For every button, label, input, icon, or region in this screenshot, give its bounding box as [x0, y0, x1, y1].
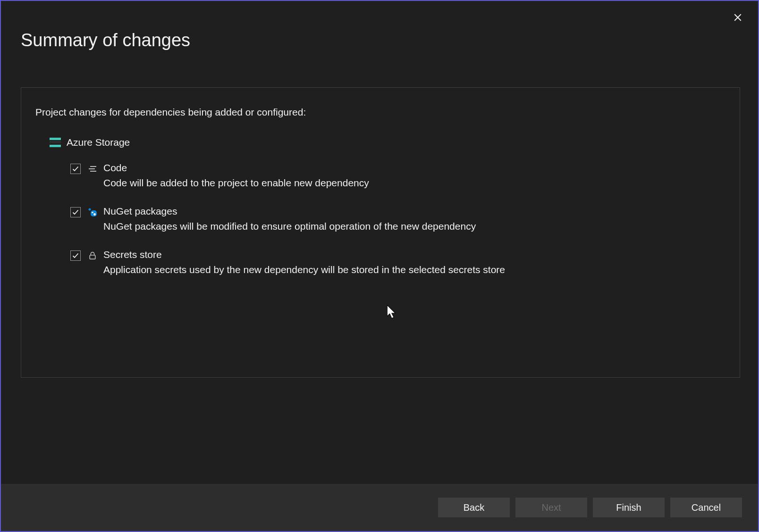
svg-point-8 [93, 213, 96, 216]
checkbox-code[interactable] [70, 164, 81, 174]
change-title: Secrets store [103, 249, 505, 260]
next-button: Next [515, 498, 587, 517]
change-title: Code [103, 162, 369, 174]
check-icon [72, 252, 79, 259]
service-row: Azure Storage [50, 137, 725, 148]
finish-button[interactable]: Finish [593, 498, 665, 517]
svg-rect-6 [91, 210, 97, 216]
nuget-icon [87, 207, 98, 217]
cancel-button[interactable]: Cancel [670, 498, 742, 517]
change-description: Code will be added to the project to ena… [103, 177, 369, 189]
change-item-secrets: Secrets store Application secrets used b… [70, 249, 725, 275]
content-panel: Project changes for dependencies being a… [21, 87, 740, 378]
code-icon [87, 164, 98, 174]
change-description: Application secrets used by the new depe… [103, 264, 505, 275]
svg-rect-9 [90, 255, 95, 259]
change-description: NuGet packages will be modified to ensur… [103, 221, 476, 232]
service-name: Azure Storage [67, 137, 130, 148]
azure-storage-icon [50, 138, 61, 147]
page-title: Summary of changes [21, 30, 190, 50]
intro-text: Project changes for dependencies being a… [35, 107, 725, 118]
check-icon [72, 165, 79, 173]
close-icon [734, 13, 742, 22]
svg-point-7 [92, 212, 93, 214]
checkbox-nuget[interactable] [70, 207, 81, 217]
change-item-code: Code Code will be added to the project t… [70, 162, 725, 189]
lock-icon [87, 250, 98, 261]
check-icon [72, 208, 79, 216]
change-item-nuget: NuGet packages NuGet packages will be mo… [70, 206, 725, 232]
change-title: NuGet packages [103, 206, 476, 217]
dialog-footer: Back Next Finish Cancel [1, 484, 758, 531]
svg-point-5 [89, 208, 91, 211]
close-button[interactable] [731, 10, 745, 25]
checkbox-secrets[interactable] [70, 250, 81, 261]
back-button[interactable]: Back [438, 498, 510, 517]
